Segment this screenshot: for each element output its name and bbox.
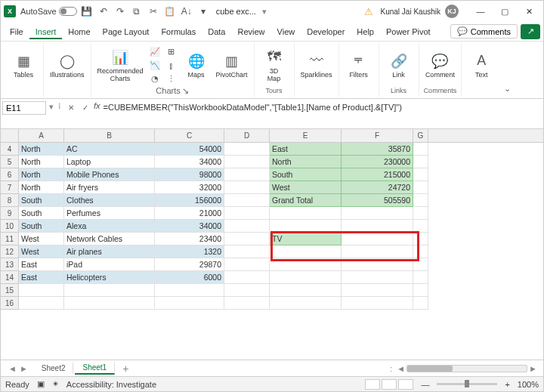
row-header[interactable]: 11 bbox=[1, 233, 19, 245]
accessibility-label[interactable]: Accessibility: Investigate bbox=[66, 380, 156, 389]
formula-bar[interactable]: =CUBEMEMBER("ThisWorkbookDataModel","[Ta… bbox=[103, 101, 542, 113]
maps-button[interactable]: 🌐Maps bbox=[181, 51, 212, 81]
cell[interactable] bbox=[413, 233, 428, 245]
row-header[interactable]: 5 bbox=[1, 156, 19, 168]
cell[interactable]: 156000 bbox=[155, 194, 224, 207]
cell[interactable]: AC bbox=[64, 143, 155, 156]
cell[interactable]: Air planes bbox=[64, 245, 155, 258]
cell[interactable] bbox=[342, 233, 413, 245]
cell[interactable] bbox=[19, 284, 64, 297]
row-header[interactable]: 4 bbox=[1, 143, 19, 156]
row-header[interactable]: 14 bbox=[1, 271, 19, 284]
pivotchart-button[interactable]: ▥PivotChart bbox=[215, 51, 249, 81]
cell[interactable]: iPad bbox=[64, 258, 155, 271]
menu-insert[interactable]: Insert bbox=[29, 24, 63, 39]
cell[interactable] bbox=[342, 245, 413, 258]
text-button[interactable]: AText bbox=[466, 51, 496, 81]
cell[interactable] bbox=[342, 271, 413, 284]
cell[interactable] bbox=[270, 245, 342, 258]
comments-button[interactable]: 💬 Comments bbox=[450, 24, 518, 39]
cell[interactable] bbox=[413, 194, 428, 207]
cell[interactable]: 34000 bbox=[155, 156, 224, 168]
row-header[interactable]: 7 bbox=[1, 181, 19, 194]
tab-next-icon[interactable]: ► bbox=[20, 364, 28, 373]
cell[interactable]: South bbox=[19, 194, 64, 207]
cell[interactable]: Mobile Phones bbox=[64, 168, 155, 181]
menu-power-pivot[interactable]: Power Pivot bbox=[380, 24, 437, 39]
cell[interactable] bbox=[270, 271, 342, 284]
illustrations-button[interactable]: ◯Illustrations bbox=[48, 51, 86, 81]
chart-type5-icon[interactable]: ⫿ bbox=[165, 60, 178, 72]
cell[interactable]: Air fryers bbox=[64, 181, 155, 194]
cell[interactable] bbox=[413, 245, 428, 258]
cut-icon[interactable]: ✂ bbox=[148, 6, 159, 17]
dropdown-icon[interactable]: ▾ bbox=[198, 6, 209, 17]
share-button[interactable]: ↗ bbox=[521, 24, 540, 39]
cell[interactable] bbox=[270, 207, 342, 220]
menu-file[interactable]: File bbox=[4, 24, 29, 39]
filters-button[interactable]: ⫧Filters bbox=[344, 51, 374, 81]
cell[interactable]: North bbox=[19, 156, 64, 168]
recommended-charts-button[interactable]: 📊Recommended Charts bbox=[96, 47, 145, 85]
menu-view[interactable]: View bbox=[271, 24, 301, 39]
cell[interactable]: 1320 bbox=[155, 245, 224, 258]
cell[interactable] bbox=[342, 284, 413, 297]
row-header[interactable]: 10 bbox=[1, 220, 19, 233]
row-header[interactable]: 13 bbox=[1, 258, 19, 271]
page-layout-view-button[interactable] bbox=[382, 379, 397, 390]
select-all-corner[interactable] bbox=[1, 129, 19, 142]
cell[interactable] bbox=[342, 258, 413, 271]
chart-type6-icon[interactable]: ⋮ bbox=[165, 73, 178, 85]
accessibility-icon[interactable]: ✴ bbox=[52, 379, 59, 389]
cell[interactable] bbox=[64, 297, 155, 310]
col-header[interactable]: A bbox=[19, 129, 64, 142]
sheet-tab[interactable]: Sheet2 bbox=[34, 363, 74, 374]
cell[interactable]: 34000 bbox=[155, 220, 224, 233]
col-header[interactable]: F bbox=[342, 129, 413, 142]
cell[interactable] bbox=[64, 284, 155, 297]
cell[interactable]: 98000 bbox=[155, 168, 224, 181]
paste-icon[interactable]: 📋 bbox=[165, 6, 175, 17]
row-header[interactable]: 9 bbox=[1, 207, 19, 220]
cell[interactable] bbox=[224, 194, 270, 207]
warning-icon[interactable]: ⚠ bbox=[364, 6, 373, 17]
cell[interactable] bbox=[413, 220, 428, 233]
cell[interactable] bbox=[224, 284, 270, 297]
chart-type3-icon[interactable]: ◔ bbox=[148, 73, 162, 85]
cell[interactable] bbox=[224, 143, 270, 156]
minimize-button[interactable]: — bbox=[469, 3, 492, 20]
col-header[interactable]: E bbox=[270, 129, 342, 142]
cell[interactable] bbox=[270, 284, 342, 297]
cell[interactable]: Grand Total bbox=[270, 194, 342, 207]
cell[interactable] bbox=[224, 181, 270, 194]
cancel-formula-icon[interactable]: ✕ bbox=[65, 101, 77, 113]
cell[interactable] bbox=[19, 297, 64, 310]
cell[interactable] bbox=[224, 220, 270, 233]
cell[interactable]: Alexa bbox=[64, 220, 155, 233]
cell[interactable]: 35870 bbox=[342, 143, 413, 156]
cell[interactable] bbox=[413, 271, 428, 284]
cell[interactable] bbox=[413, 168, 428, 181]
cell[interactable] bbox=[224, 207, 270, 220]
cell[interactable] bbox=[224, 156, 270, 168]
chart-type1-icon[interactable]: 📈 bbox=[148, 46, 162, 58]
cell[interactable]: 24720 bbox=[342, 181, 413, 194]
cell[interactable]: East bbox=[19, 271, 64, 284]
maximize-button[interactable]: ▢ bbox=[493, 3, 516, 20]
cell[interactable]: 29870 bbox=[155, 258, 224, 271]
cell[interactable]: 215000 bbox=[342, 168, 413, 181]
cell[interactable]: North bbox=[19, 168, 64, 181]
menu-review[interactable]: Review bbox=[231, 24, 270, 39]
enter-formula-icon[interactable]: ✓ bbox=[79, 101, 91, 113]
cell[interactable] bbox=[342, 297, 413, 310]
cell[interactable]: West bbox=[19, 233, 64, 245]
cell[interactable] bbox=[155, 297, 224, 310]
cell[interactable]: West bbox=[19, 245, 64, 258]
cell[interactable]: North bbox=[19, 181, 64, 194]
normal-view-button[interactable] bbox=[365, 379, 380, 390]
menu-help[interactable]: Help bbox=[351, 24, 380, 39]
cell[interactable]: East bbox=[270, 143, 342, 156]
file-name[interactable]: cube exc... bbox=[216, 7, 256, 16]
add-sheet-button[interactable]: + bbox=[116, 363, 134, 375]
menu-developer[interactable]: Developer bbox=[301, 24, 351, 39]
